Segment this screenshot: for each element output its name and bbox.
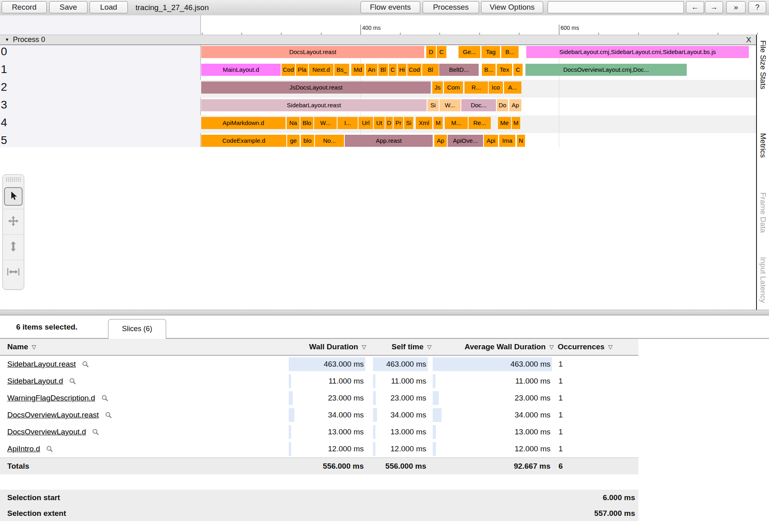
slice-name-link[interactable]: DocsOverviewLayout.d (7, 428, 86, 436)
magnifier-icon[interactable] (82, 361, 89, 368)
slice-name-link[interactable]: ApiIntro.d (7, 444, 40, 453)
flame-slice[interactable]: SidebarLayout.cmj,SidebarLayout.cmi,Side… (526, 46, 749, 58)
magnifier-icon[interactable] (92, 428, 99, 436)
flame-slice[interactable]: I... (338, 117, 358, 129)
flame-slice[interactable]: blo (301, 135, 314, 147)
find-next-button[interactable]: → (705, 1, 723, 13)
magnifier-icon[interactable] (105, 411, 112, 419)
flame-slice[interactable]: ApiMarkdown.d (201, 117, 286, 129)
magnifier-icon[interactable] (101, 394, 108, 402)
flame-slice[interactable]: C (437, 46, 446, 58)
view-options-button[interactable]: View Options (481, 1, 543, 13)
flame-slice[interactable]: Bl (378, 64, 388, 76)
zoom-tool-button[interactable] (3, 234, 24, 260)
flame-slice[interactable]: Ima (499, 135, 515, 147)
flame-slice[interactable]: Pr (394, 117, 403, 129)
flame-slice[interactable]: Ge... (458, 46, 480, 58)
selection-tool-button[interactable] (3, 184, 24, 209)
flame-slice[interactable]: C (513, 64, 523, 76)
flame-slice[interactable]: App.reast (345, 135, 433, 147)
flame-slice[interactable]: B... (501, 46, 519, 58)
flame-slice[interactable]: Cod (281, 64, 295, 76)
flame-slice[interactable]: Api (484, 135, 498, 147)
collapse-arrow-icon[interactable]: ▼ (5, 35, 9, 44)
flame-slice[interactable]: No... (315, 135, 344, 147)
search-input[interactable] (548, 1, 684, 13)
flame-slice[interactable]: Do (497, 99, 508, 111)
flame-slice[interactable]: Xml (416, 117, 432, 129)
flame-slice[interactable]: N (517, 135, 525, 147)
record-button[interactable]: Record (2, 1, 47, 13)
slice-name-link[interactable]: WarningFlagDescription.d (7, 394, 95, 403)
flame-slice[interactable]: Re... (469, 117, 491, 129)
save-button[interactable]: Save (49, 1, 88, 13)
flame-slice[interactable]: Ico (489, 81, 503, 94)
flame-slice[interactable]: Url (358, 117, 373, 129)
process-header[interactable]: ▼ Process 0 X (0, 35, 756, 45)
flame-slice[interactable]: W... (440, 99, 461, 111)
flame-slice[interactable]: Ap (509, 99, 521, 111)
flame-slice[interactable]: Tag (481, 46, 500, 58)
flame-slice[interactable]: MainLayout.d (201, 64, 281, 76)
flame-slice[interactable]: Com (444, 81, 463, 94)
column-header-self-time[interactable]: Self time ▽ (369, 339, 431, 355)
flame-slice[interactable]: Bs_ (334, 64, 349, 76)
flame-slice[interactable]: M (512, 117, 520, 129)
flame-slice[interactable]: SidebarLayout.reast (201, 99, 427, 111)
find-previous-button[interactable]: ← (686, 1, 704, 13)
load-button[interactable]: Load (90, 1, 128, 13)
flame-slice[interactable]: D (426, 46, 436, 58)
side-tab-file-size-stats[interactable]: File Size Stats (759, 40, 767, 89)
slice-name-link[interactable]: SidebarLayout.reast (7, 360, 76, 369)
flame-slice[interactable]: B... (482, 64, 496, 76)
side-tab-frame-data[interactable]: Frame Data (759, 192, 767, 233)
flame-slice[interactable]: DocsLayout.reast (201, 46, 424, 58)
flame-slice[interactable]: An (366, 64, 377, 76)
magnifier-icon[interactable] (69, 378, 76, 385)
flame-slice[interactable]: Me (498, 117, 511, 129)
processes-button[interactable]: Processes (423, 1, 479, 13)
pan-tool-button[interactable] (3, 209, 24, 234)
flame-slice[interactable]: Js (432, 81, 443, 94)
more-options-button[interactable]: » (726, 1, 746, 13)
flame-slice[interactable]: D (386, 117, 393, 129)
flame-slice[interactable]: Next.d (309, 64, 333, 76)
flame-slice[interactable]: Tex (497, 64, 512, 76)
timing-tool-button[interactable] (3, 260, 24, 285)
flame-slice[interactable]: Doc... (461, 99, 496, 111)
flame-slice[interactable]: M (433, 117, 443, 129)
flame-slice[interactable]: Na (287, 117, 300, 129)
column-header-average-wall-duration[interactable]: Average Wall Duration ▽ (440, 339, 554, 355)
flame-slice[interactable]: JsDocsLayout.reast (201, 81, 431, 94)
palette-drag-handle[interactable] (6, 177, 21, 182)
flame-slice[interactable]: ge (287, 135, 300, 147)
flame-slice[interactable]: Cod (407, 64, 421, 76)
help-button[interactable]: ? (748, 1, 766, 13)
close-process-button[interactable]: X (746, 35, 751, 44)
flame-slice[interactable]: Hi (398, 64, 406, 76)
flame-slice[interactable]: M... (445, 117, 468, 129)
flame-slice[interactable]: BeltD... (439, 64, 479, 76)
flame-slice[interactable]: A... (504, 81, 521, 94)
flame-slice[interactable]: Ap (434, 135, 447, 147)
panel-splitter[interactable] (0, 310, 769, 315)
side-tab-input-latency[interactable]: Input Latency (759, 257, 767, 303)
flame-slice[interactable]: Si (427, 99, 439, 111)
flame-slice[interactable]: Md (351, 64, 365, 76)
flame-slice[interactable]: Ut (374, 117, 385, 129)
flame-slice[interactable]: Pla (296, 64, 308, 76)
flame-slice[interactable]: Si (404, 117, 413, 129)
column-header-name[interactable]: Name ▽ (7, 339, 36, 355)
slice-name-link[interactable]: SidebarLayout.d (7, 377, 63, 386)
slice-name-link[interactable]: DocsOverviewLayout.reast (7, 411, 99, 419)
side-tab-metrics[interactable]: Metrics (759, 133, 767, 158)
flame-slice[interactable]: W... (314, 117, 337, 129)
flame-slice[interactable]: Bl (422, 64, 439, 76)
flame-slice[interactable]: DocsOverviewLayout.cmj,Doc... (525, 64, 687, 76)
flame-slice[interactable]: Blo (300, 117, 313, 129)
flame-slice[interactable]: C (389, 64, 397, 76)
magnifier-icon[interactable] (46, 445, 53, 453)
column-header-occurrences[interactable]: Occurrences ▽ (558, 339, 613, 355)
flame-slice[interactable]: ApiOve... (448, 135, 483, 147)
column-header-wall-duration[interactable]: Wall Duration ▽ (282, 339, 366, 355)
